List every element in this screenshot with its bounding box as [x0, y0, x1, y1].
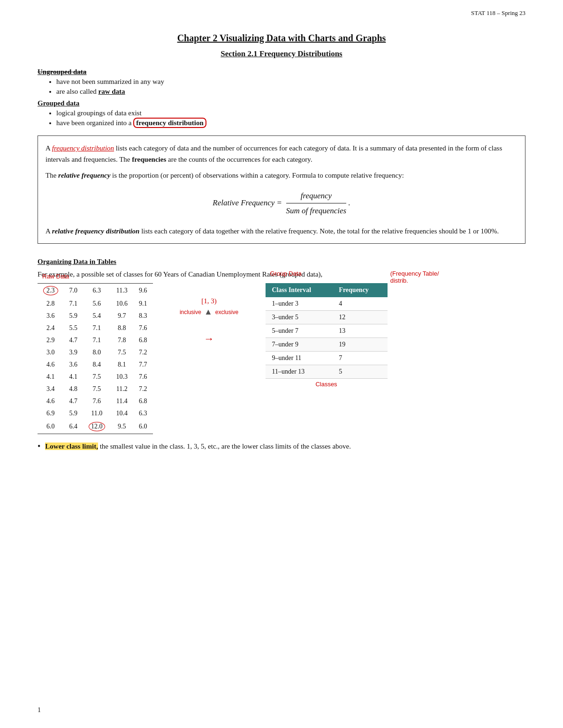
- col-header-freq: Frequency: [332, 283, 387, 297]
- circled-value: 2.3: [43, 286, 58, 295]
- organizing-section: Organizing Data in Tables For example, a…: [38, 258, 525, 451]
- classes-annotation: Classes: [266, 381, 388, 388]
- bracket-annotation: [1, 3): [201, 297, 217, 305]
- raw-cell: 8.0: [83, 346, 111, 359]
- raw-cell: 11.2: [111, 383, 134, 395]
- raw-cell: 10.3: [111, 371, 134, 383]
- raw-cell: 6.9: [38, 407, 64, 420]
- raw-cell: 9.7: [111, 310, 134, 322]
- raw-cell: 3.4: [38, 383, 64, 395]
- raw-cell: 4.6: [38, 395, 64, 407]
- section-title: Section 2.1 Frequency Distributions: [38, 49, 525, 59]
- freq-cell: 1–under 3: [266, 297, 333, 311]
- raw-cell: 7.6: [133, 371, 153, 383]
- raw-cell: 8.3: [133, 310, 153, 322]
- raw-cell: 2.9: [38, 334, 64, 346]
- raw-cell: 10.4: [111, 407, 134, 420]
- raw-cell: 10.6: [111, 298, 134, 310]
- freq-cell: 9–under 11: [266, 352, 333, 365]
- raw-cell: 4.1: [38, 371, 64, 383]
- raw-cell: 6.8: [133, 334, 153, 346]
- def-para-2: The relative frequency is the proportion…: [46, 170, 517, 181]
- ungrouped-label: Ungrouped data: [38, 68, 86, 75]
- formula-display: Relative Frequency = frequency Sum of fr…: [46, 189, 517, 217]
- grouped-item-2: have been organized into a frequency dis…: [56, 119, 525, 127]
- raw-cell: 8.4: [83, 359, 111, 371]
- raw-cell: 4.1: [64, 371, 84, 383]
- raw-cell: 11.3: [111, 284, 134, 298]
- formula-label: Relative Frequency =: [213, 198, 284, 207]
- raw-cell: 2.8: [38, 298, 64, 310]
- exclusive-annotation: exclusive: [215, 309, 238, 315]
- raw-cell: 7.8: [111, 334, 134, 346]
- data-layout: Raw Data 2.37.06.311.39.62.87.15.610.69.…: [38, 283, 525, 434]
- course-label: STAT 118 – Spring 23: [471, 9, 525, 17]
- freq-cell: 12: [332, 311, 387, 324]
- lower-class-text: Lower class limit, the smallest value in…: [45, 443, 351, 450]
- freq-cell: 3–under 5: [266, 311, 333, 324]
- raw-cell: 5.5: [64, 322, 84, 334]
- definition-box: A frequency distribution lists each cate…: [38, 135, 525, 244]
- group-data-annotation: Group Data: [270, 270, 302, 277]
- chapter-title: Chapter 2 Visualizing Data with Charts a…: [38, 33, 525, 44]
- raw-cell: 5.9: [64, 310, 84, 322]
- raw-cell: 4.7: [64, 334, 84, 346]
- freq-cell: 19: [332, 338, 387, 352]
- raw-cell: 9.5: [111, 420, 134, 434]
- raw-cell: 7.2: [133, 383, 153, 395]
- grouped-list: logical groupings of data exist have bee…: [56, 109, 525, 127]
- raw-cell: 3.0: [38, 346, 64, 359]
- raw-cell: 6.8: [133, 395, 153, 407]
- frequency-distribution-circle: frequency distribution: [133, 118, 206, 128]
- ungrouped-item-2: are also called raw data: [56, 88, 525, 96]
- raw-cell: 5.4: [83, 310, 111, 322]
- lower-class-section: • Lower class limit, the smallest value …: [38, 443, 525, 451]
- raw-cell: 6.3: [83, 284, 111, 298]
- raw-cell: 7.5: [83, 371, 111, 383]
- raw-cell: 8.8: [111, 322, 134, 334]
- raw-cell: 11.0: [83, 407, 111, 420]
- freq-table-container: Group Data (Frequency Table/distrib. Cla…: [266, 283, 388, 388]
- inclusive-annotation: inclusive: [180, 309, 201, 315]
- raw-cell: 7.2: [133, 346, 153, 359]
- raw-cell: 6.0: [38, 420, 64, 434]
- lower-class-label: Lower class limit,: [45, 443, 98, 450]
- raw-cell: 7.6: [133, 322, 153, 334]
- organizing-title: Organizing Data in Tables: [38, 258, 525, 266]
- raw-cell: 12.0: [83, 420, 111, 434]
- raw-cell: 4.8: [64, 383, 84, 395]
- arrow-right-icon: →: [204, 333, 214, 345]
- grouped-item-1: logical groupings of data exist: [56, 109, 525, 117]
- freq-cell: 11–under 13: [266, 365, 333, 379]
- raw-cell: 3.6: [64, 359, 84, 371]
- freq-cell: 7–under 9: [266, 338, 333, 352]
- formula-period: .: [348, 198, 350, 207]
- freq-table-annotation: (Frequency Table/distrib.: [390, 270, 439, 284]
- page-number: 1: [38, 706, 41, 714]
- raw-cell: 6.4: [64, 420, 84, 434]
- raw-cell: 2.4: [38, 322, 64, 334]
- raw-cell: 7.1: [83, 322, 111, 334]
- def-para-1: A frequency distribution lists each cate…: [46, 143, 517, 165]
- bullet-dot: •: [38, 442, 40, 451]
- raw-cell: 7.0: [64, 284, 84, 298]
- raw-cell: 3.9: [64, 346, 84, 359]
- grouped-label: Grouped data: [38, 99, 79, 107]
- raw-cell: 6.3: [133, 407, 153, 420]
- raw-cell: 3.6: [38, 310, 64, 322]
- formula-fraction: frequency Sum of frequencies: [286, 189, 347, 217]
- raw-cell: 5.6: [83, 298, 111, 310]
- freq-dist-term: frequency distribution: [52, 144, 114, 152]
- raw-cell: 7.6: [83, 395, 111, 407]
- ungrouped-list: have not been summarized in any way are …: [56, 78, 525, 96]
- raw-cell: 2.3: [38, 284, 64, 298]
- freq-cell: 5: [332, 365, 387, 379]
- def-para-3: A relative frequency distribution lists …: [46, 225, 517, 237]
- raw-cell: 5.9: [64, 407, 84, 420]
- raw-cell: 6.0: [133, 420, 153, 434]
- freq-cell: 4: [332, 297, 387, 311]
- raw-cell: 7.5: [83, 383, 111, 395]
- ungrouped-item-1: have not been summarized in any way: [56, 78, 525, 86]
- col-header-class: Class Interval: [266, 283, 333, 297]
- raw-data-annotation: Raw Data: [42, 273, 69, 280]
